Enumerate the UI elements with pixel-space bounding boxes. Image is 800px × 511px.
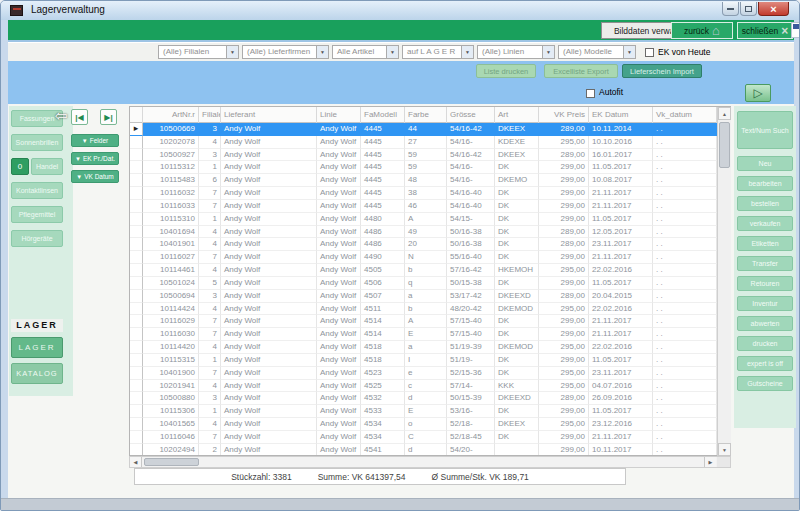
row-selector[interactable]: [130, 315, 143, 328]
table-row[interactable]: 102024942Andy WolfAndy Wolf4541d54/20-29…: [130, 444, 730, 456]
lager-dropdown[interactable]: auf L A G E R ▼: [402, 45, 474, 59]
table-row[interactable]: 104016944Andy WolfAndy Wolf44864950/16-3…: [130, 226, 730, 239]
transfer-button[interactable]: Transfer: [737, 256, 793, 271]
row-selector[interactable]: [130, 136, 143, 149]
row-selector[interactable]: [130, 238, 143, 251]
chevron-down-icon[interactable]: ▼: [386, 46, 398, 58]
row-selector[interactable]: [130, 380, 143, 393]
close-button[interactable]: ×: [758, 2, 789, 16]
abwerten-button[interactable]: abwerten: [737, 316, 793, 331]
verkaufen-button[interactable]: verkaufen: [737, 216, 793, 231]
vertical-scrollbar[interactable]: ▲ ▼: [717, 107, 731, 456]
table-row[interactable]: 101153121Andy WolfAndy Wolf44455954/16-D…: [130, 161, 730, 174]
column-header-ek-datum[interactable]: EK Datum: [589, 107, 653, 123]
neu-button[interactable]: Neu: [737, 156, 793, 171]
row-selector[interactable]: [130, 431, 143, 444]
horizontal-scrollbar[interactable]: ◀ ▶: [129, 456, 731, 468]
scroll-down-icon[interactable]: ▼: [718, 443, 731, 456]
linien-dropdown[interactable]: (Alle) Linien ▼: [477, 45, 555, 59]
scroll-up-icon[interactable]: ▲: [718, 107, 731, 120]
row-selector[interactable]: [130, 444, 143, 456]
row-selector[interactable]: [130, 200, 143, 213]
table-row[interactable]: 101154836Andy WolfAndy Wolf44454854/16-D…: [130, 174, 730, 187]
table-row[interactable]: 105009273Andy WolfAndy Wolf44455954/16-4…: [130, 149, 730, 162]
column-header-linie[interactable]: Linie: [317, 107, 361, 123]
katalog-button[interactable]: KATALOG: [11, 363, 63, 384]
column-header-artnr-r[interactable]: ArtNr.r: [143, 107, 199, 123]
sidebar-item-handel[interactable]: Handel: [31, 158, 63, 175]
row-selector[interactable]: [130, 149, 143, 162]
row-selector[interactable]: [130, 303, 143, 316]
zurueck-button[interactable]: zurück ⌂: [671, 22, 733, 39]
table-row[interactable]: ▸105006693Andy WolfAndy Wolf44454454/16-…: [130, 123, 730, 136]
scroll-right-icon[interactable]: ▶: [704, 457, 716, 467]
etiketten-button[interactable]: Etiketten: [737, 236, 793, 251]
lieferfirmen-dropdown[interactable]: (Alle) Lieferfirmen ▼: [242, 45, 329, 59]
bestellen-button[interactable]: bestellen: [737, 196, 793, 211]
table-row[interactable]: 101153101Andy WolfAndy Wolf4480A54/15-DK…: [130, 213, 730, 226]
lieferschein-import-button[interactable]: Lieferschein Import: [622, 64, 702, 78]
table-row[interactable]: 105006943Andy WolfAndy Wolf4507a53/17-42…: [130, 290, 730, 303]
table-row[interactable]: 101144614Andy WolfAndy Wolf4505b57/16-42…: [130, 264, 730, 277]
modelle-dropdown[interactable]: (Alle) Modelle ▼: [558, 45, 636, 59]
row-selector[interactable]: [130, 226, 143, 239]
table-row[interactable]: 101144244Andy WolfAndy Wolf4511b48/20-42…: [130, 303, 730, 316]
column-header-filiale[interactable]: Filiale: [199, 107, 221, 123]
row-selector[interactable]: [130, 277, 143, 290]
table-row[interactable]: 101160337Andy WolfAndy Wolf44454654/16-4…: [130, 200, 730, 213]
gutscheine-button[interactable]: Gutscheine: [737, 376, 793, 391]
table-row[interactable]: 101160297Andy WolfAndy Wolf4514A57/15-40…: [130, 315, 730, 328]
table-row[interactable]: 101160467Andy WolfAndy Wolf4534C52/18-45…: [130, 431, 730, 444]
table-row[interactable]: 104015654Andy WolfAndy Wolf4534o52/18-DK…: [130, 418, 730, 431]
ek-pr-dat-button[interactable]: ▼ EK Pr./Dat.: [71, 152, 119, 165]
row-selector[interactable]: [130, 418, 143, 431]
row-selector[interactable]: [130, 161, 143, 174]
bearbeiten-button[interactable]: bearbeiten: [737, 176, 793, 191]
sidebar-item-h-rger-te[interactable]: Hörgeräte: [11, 230, 63, 247]
table-row[interactable]: 102020784Andy WolfAndy Wolf44452754/16-K…: [130, 136, 730, 149]
felder-button[interactable]: ▼ Felder: [71, 134, 119, 147]
mini-window-button[interactable]: [791, 22, 800, 38]
expert-is-off-button[interactable]: expert is off: [737, 356, 793, 371]
chevron-down-icon[interactable]: ▼: [226, 46, 238, 58]
ek-von-heute-checkbox[interactable]: [645, 48, 654, 57]
inventur-button[interactable]: Inventur: [737, 296, 793, 311]
row-selector[interactable]: [130, 251, 143, 264]
table-row[interactable]: 105010245Andy WolfAndy Wolf4506q50/15-38…: [130, 277, 730, 290]
scrollbar-thumb[interactable]: [719, 122, 730, 168]
table-row[interactable]: 105008803Andy WolfAndy Wolf4532d50/15-39…: [130, 392, 730, 405]
table-row[interactable]: 104019014Andy WolfAndy Wolf44862050/16-3…: [130, 238, 730, 251]
column-header-art[interactable]: Art: [495, 107, 539, 123]
retouren-button[interactable]: Retouren: [737, 276, 793, 291]
row-selector[interactable]: ▸: [130, 123, 143, 136]
last-record-button[interactable]: ▶|: [100, 109, 117, 125]
row-selector[interactable]: [130, 367, 143, 380]
row-selector[interactable]: [130, 213, 143, 226]
table-row[interactable]: 104019007Andy WolfAndy Wolf4523e52/15-36…: [130, 367, 730, 380]
table-row[interactable]: 101160277Andy WolfAndy Wolf4490N55/16-40…: [130, 251, 730, 264]
row-selector[interactable]: [130, 264, 143, 277]
chevron-down-icon[interactable]: ▼: [542, 46, 554, 58]
row-selector[interactable]: [130, 290, 143, 303]
minimize-button[interactable]: [722, 2, 739, 16]
schliessen-button[interactable]: schließen ×: [737, 22, 793, 39]
table-row[interactable]: 101144204Andy WolfAndy Wolf4518a51/19-39…: [130, 341, 730, 354]
scrollbar-thumb[interactable]: [144, 458, 199, 466]
column-header-famodell[interactable]: FaModell: [361, 107, 405, 123]
maximize-button[interactable]: [740, 2, 757, 16]
artikel-dropdown[interactable]: Alle Artikel ▼: [332, 45, 399, 59]
scroll-left-icon[interactable]: ◀: [130, 457, 142, 467]
sidebar-item-kontaktlinsen[interactable]: Kontaktlinsen: [11, 182, 63, 199]
excelliste-export-button[interactable]: Excelliste Export: [544, 64, 618, 78]
table-row[interactable]: 101153061Andy WolfAndy Wolf4533E53/16-DK…: [130, 405, 730, 418]
table-row[interactable]: 101160327Andy WolfAndy Wolf44453854/16-4…: [130, 187, 730, 200]
column-header-vk-datum[interactable]: Vk_datum: [653, 107, 717, 123]
filialen-dropdown[interactable]: (Alle) Filialen ▼: [158, 45, 239, 59]
liste-drucken-button[interactable]: Liste drucken: [476, 64, 536, 78]
sidebar-item-pflegemittel[interactable]: Pflegemittel: [11, 206, 63, 223]
row-selector[interactable]: [130, 328, 143, 341]
vk-datum-button[interactable]: ▼ VK Datum: [71, 170, 119, 183]
sidebar-item-sonnenbrillen[interactable]: Sonnenbrillen: [11, 134, 63, 151]
column-header-vk-preis[interactable]: VK Preis: [539, 107, 589, 123]
text-num-such-button[interactable]: Text/Num Such: [737, 111, 793, 149]
